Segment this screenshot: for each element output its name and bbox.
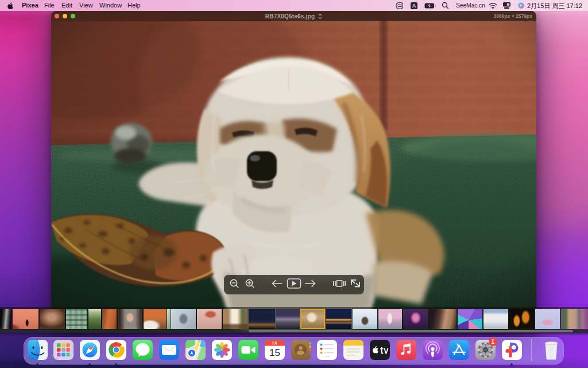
svg-text:A: A [412, 3, 416, 9]
svg-text:15: 15 [269, 347, 280, 358]
svg-text:2月: 2月 [272, 341, 277, 346]
